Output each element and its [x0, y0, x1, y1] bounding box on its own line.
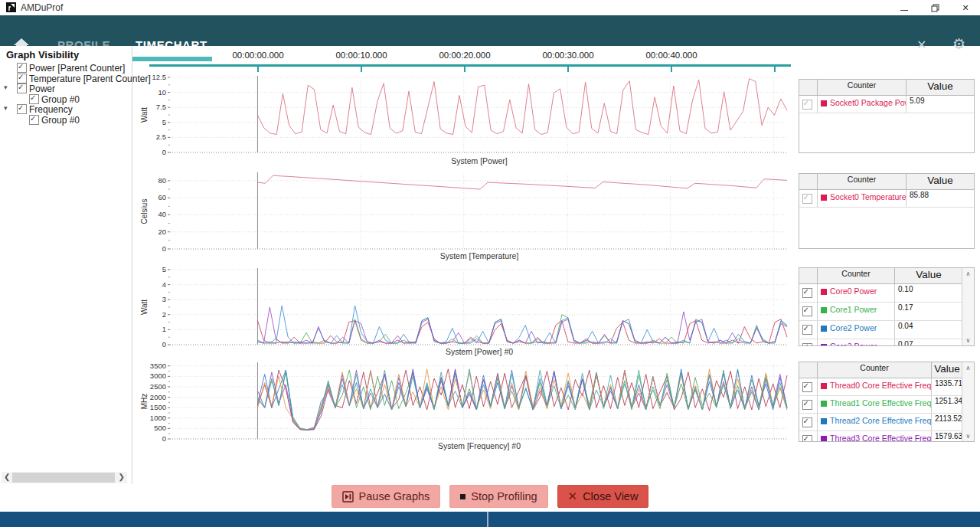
- series-color-swatch: [821, 326, 827, 332]
- counter-checkbox[interactable]: ✓: [802, 382, 812, 392]
- series-color-swatch: [821, 289, 827, 295]
- counter-value: 85.88: [906, 190, 974, 207]
- svg-text:1: 1: [162, 325, 166, 333]
- counter-name: Socket0 Package Power: [830, 98, 906, 107]
- scroll-up-icon[interactable]: ∧: [962, 365, 974, 372]
- svg-text:0: 0: [162, 148, 166, 156]
- scroll-down-icon[interactable]: ∨: [962, 433, 974, 440]
- pause-icon: [342, 491, 354, 502]
- counter-name: Core1 Power: [830, 305, 877, 314]
- counter-value: 0.04: [895, 321, 962, 339]
- series-color-swatch: [821, 344, 827, 346]
- scroll-up-icon[interactable]: ∧: [962, 270, 974, 277]
- value-column-header[interactable]: Value: [906, 174, 974, 189]
- svg-text:2.5: 2.5: [156, 133, 166, 141]
- pause-graphs-button[interactable]: Pause Graphs: [332, 485, 441, 508]
- header-checkbox-column: [799, 174, 818, 189]
- counter-checkbox[interactable]: ✓: [802, 325, 812, 335]
- time-tick-label: 00:00:30.000: [534, 51, 603, 60]
- counter-column-header[interactable]: Counter: [818, 80, 906, 95]
- table-scrollbar[interactable]: ∧∨: [962, 362, 974, 441]
- chart-plot-system-temperature-[interactable]: 020406080Celsius: [138, 170, 789, 253]
- stop-profiling-button[interactable]: Stop Profiling: [449, 485, 547, 508]
- counter-table: CounterValue✓Thread0 Core Effective Freq…: [799, 362, 975, 442]
- visibility-checkbox[interactable]: ✓: [17, 104, 27, 114]
- graph-visibility-item: ✓Group #0: [0, 115, 132, 126]
- value-column-header[interactable]: Value: [932, 362, 962, 378]
- counter-checkbox[interactable]: ✓: [802, 400, 812, 410]
- button-label: Pause Graphs: [359, 490, 430, 502]
- counter-value: 0.07: [895, 339, 962, 346]
- header-checkbox-column: [799, 80, 818, 95]
- counter-checkbox[interactable]: ✓: [802, 306, 812, 316]
- chart-title: System [Frequency] #0: [170, 441, 789, 450]
- scroll-left-icon[interactable]: ❮: [4, 473, 10, 481]
- close-view-button[interactable]: ✕Close View: [557, 485, 649, 508]
- counter-table: CounterValue✓Socket0 Temperature85.88: [799, 173, 975, 249]
- stop-icon: [460, 494, 466, 499]
- counter-checkbox[interactable]: ✓: [802, 343, 812, 346]
- svg-text:1500: 1500: [150, 403, 166, 411]
- counter-column-header[interactable]: Counter: [818, 268, 895, 283]
- visibility-checkbox[interactable]: ✓: [17, 83, 27, 93]
- visibility-checkbox[interactable]: ✓: [17, 74, 27, 83]
- restore-button[interactable]: [923, 0, 946, 15]
- window-close-button[interactable]: ✕: [954, 0, 977, 15]
- counter-checkbox[interactable]: ✓: [802, 288, 812, 298]
- counter-value: 0.17: [895, 303, 962, 320]
- value-column-header[interactable]: Value: [906, 80, 974, 95]
- counter-name: Core0 Power: [830, 286, 877, 296]
- visibility-checkbox[interactable]: ✓: [29, 115, 39, 125]
- time-tick-label: 00:00:00.000: [224, 51, 292, 60]
- counter-table: CounterValue✓Core0 Power0.10✓Core1 Power…: [799, 267, 975, 346]
- svg-text:500: 500: [154, 424, 166, 432]
- svg-text:60: 60: [158, 193, 166, 201]
- counter-checkbox[interactable]: ✓: [802, 435, 812, 443]
- scroll-right-icon[interactable]: ❯: [119, 473, 125, 481]
- chevron-down-icon[interactable]: ▾: [4, 104, 8, 112]
- amd-logo-icon: [6, 2, 16, 12]
- chart-plot-system-frequency-0[interactable]: 0500100015002000250030003500MHz: [138, 360, 789, 443]
- chevron-down-icon[interactable]: ▾: [4, 83, 8, 91]
- counter-column-header[interactable]: Counter: [818, 362, 932, 378]
- button-label: Close View: [583, 490, 638, 502]
- counter-checkbox[interactable]: ✓: [802, 100, 812, 110]
- graph-visibility-label: Group #0: [41, 94, 80, 105]
- scrollbar-thumb[interactable]: [12, 473, 115, 483]
- time-tick-label: 00:00:20.000: [430, 51, 499, 60]
- counter-row: ✓Thread1 Core Effective Frequency1251.34: [799, 396, 962, 414]
- series-color-swatch: [821, 418, 827, 424]
- y-axis-label: Watt: [140, 300, 149, 315]
- sidebar-divider: [132, 46, 132, 484]
- series-color-swatch: [821, 307, 827, 313]
- svg-text:7.5: 7.5: [156, 103, 166, 111]
- time-tick: [361, 67, 362, 72]
- counter-name: Socket0 Temperature: [830, 192, 906, 201]
- visibility-checkbox[interactable]: ✓: [29, 94, 39, 104]
- counter-row: ✓Thread3 Core Effective Frequency1579.63: [799, 431, 962, 442]
- counter-name: Core2 Power: [830, 323, 877, 332]
- button-label: Stop Profiling: [471, 490, 537, 502]
- counter-value: 5.09: [906, 96, 974, 113]
- svg-text:1000: 1000: [150, 414, 166, 422]
- graph-visibility-item: ✓Group #0: [0, 94, 132, 105]
- table-scrollbar[interactable]: ∧∨: [962, 268, 974, 345]
- counter-checkbox[interactable]: ✓: [802, 194, 812, 204]
- counter-column-header[interactable]: Counter: [818, 174, 906, 189]
- graph-visibility-item: ✓Temperature [Parent Counter]: [0, 74, 132, 84]
- counter-checkbox[interactable]: ✓: [802, 417, 812, 427]
- chart-plot-system-power-[interactable]: 02.557.51012.5Watt: [138, 74, 789, 156]
- graph-visibility-item: ▾✓Frequency: [0, 104, 132, 115]
- chart-plot-system-power-0[interactable]: 012345Watt: [138, 266, 789, 349]
- value-column-header[interactable]: Value: [895, 268, 962, 283]
- svg-text:4: 4: [162, 280, 166, 289]
- svg-text:5: 5: [162, 118, 166, 126]
- progress-tick: [487, 512, 488, 527]
- minimize-button[interactable]: [893, 0, 916, 15]
- scroll-down-icon[interactable]: ∨: [962, 337, 974, 344]
- y-axis-label: MHz: [140, 394, 149, 410]
- sidebar-horizontal-scrollbar[interactable]: ❮ ❯: [2, 472, 127, 483]
- svg-text:0: 0: [162, 340, 166, 349]
- svg-text:2000: 2000: [150, 393, 166, 401]
- counter-table: CounterValue✓Socket0 Package Power5.09: [799, 79, 975, 153]
